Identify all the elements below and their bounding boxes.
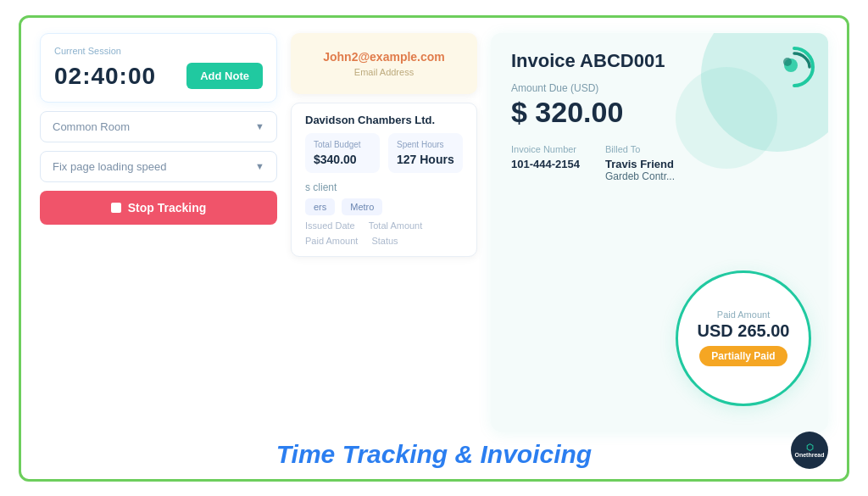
hours-value: 127 Hours: [397, 153, 454, 166]
middle-panel: John2@example.com Email Address Davidson…: [291, 33, 477, 432]
col-total-amount: Total Amount: [369, 220, 423, 231]
left-panel: Current Session 02:40:00 Add Note Common…: [40, 33, 277, 432]
col-status: Status: [371, 236, 398, 246]
chevron-down-icon2: ▼: [255, 161, 264, 171]
tab-metro[interactable]: Metro: [342, 198, 382, 215]
email-card: John2@example.com Email Address: [291, 33, 477, 94]
stop-label: Stop Tracking: [128, 201, 207, 215]
budget-box: Total Budget $340.00: [305, 133, 380, 173]
onethread-badge: ⬡ Onethread: [791, 432, 828, 469]
invoice-number-value: 101-444-2154: [511, 158, 580, 170]
task-dropdown-value: Fix page loading speed: [53, 160, 166, 173]
billed-to-company: Gardeb Contr...: [605, 170, 675, 182]
footer-title: Time Tracking & Invoicing: [276, 440, 592, 469]
billed-to-col: Billed To Travis Friend Gardeb Contr...: [605, 144, 675, 182]
col-paid-amount: Paid Amount: [305, 236, 358, 246]
email-value: John2@example.com: [306, 50, 462, 64]
client-card: Davidson Chambers Ltd. Total Budget $340…: [291, 103, 477, 257]
invoice-title: Invoice ABCD001: [511, 50, 808, 72]
content-area: Current Session 02:40:00 Add Note Common…: [40, 33, 828, 432]
budget-row: Total Budget $340.00 Spent Hours 127 Hou…: [305, 133, 463, 173]
onethread-icon: ⬡: [806, 443, 814, 452]
stop-icon: [111, 203, 121, 213]
main-container: Current Session 02:40:00 Add Note Common…: [19, 15, 849, 482]
add-note-button[interactable]: Add Note: [186, 63, 263, 89]
hours-box: Spent Hours 127 Hours: [388, 133, 463, 173]
billed-to-label: Billed To: [605, 144, 675, 154]
timer-display: 02:40:00: [54, 63, 156, 90]
paid-amount-value: USD 265.00: [698, 321, 790, 341]
task-dropdown[interactable]: Fix page loading speed ▼: [40, 151, 277, 182]
tracker-card: Current Session 02:40:00 Add Note: [40, 33, 277, 103]
chevron-down-icon: ▼: [255, 121, 264, 131]
paid-amount-label: Paid Amount: [717, 309, 770, 320]
email-label: Email Address: [306, 67, 462, 77]
budget-label: Total Budget: [314, 140, 371, 149]
client-name: Davidson Chambers Ltd.: [305, 114, 463, 126]
tab-ers[interactable]: ers: [305, 198, 335, 215]
footer: Time Tracking & Invoicing: [40, 432, 828, 469]
table-columns: Issued Date Total Amount: [305, 220, 463, 231]
table-tabs: ers Metro: [305, 198, 463, 215]
budget-value: $340.00: [314, 153, 371, 166]
paid-circle: Paid Amount USD 265.00 Partially Paid: [676, 270, 811, 406]
timer-row: 02:40:00 Add Note: [54, 63, 263, 90]
invoice-number-label: Invoice Number: [511, 144, 580, 154]
invoice-panel: Invoice ABCD001 Amount Due (USD) $ 320.0…: [491, 33, 828, 432]
invoice-number-col: Invoice Number 101-444-2154: [511, 144, 580, 182]
room-dropdown-value: Common Room: [53, 120, 130, 133]
partially-paid-button[interactable]: Partially Paid: [699, 346, 787, 366]
col-issued-date: Issued Date: [305, 220, 355, 231]
hours-label: Spent Hours: [397, 140, 454, 149]
bg-circle-2: [676, 67, 777, 169]
client-tag: s client: [305, 181, 463, 193]
onethread-text: Onethread: [794, 452, 824, 458]
room-dropdown[interactable]: Common Room ▼: [40, 111, 277, 142]
table-columns2: Paid Amount Status: [305, 236, 463, 246]
stop-tracking-button[interactable]: Stop Tracking: [40, 191, 277, 225]
session-label: Current Session: [54, 46, 263, 56]
billed-to-name: Travis Friend: [605, 158, 675, 170]
